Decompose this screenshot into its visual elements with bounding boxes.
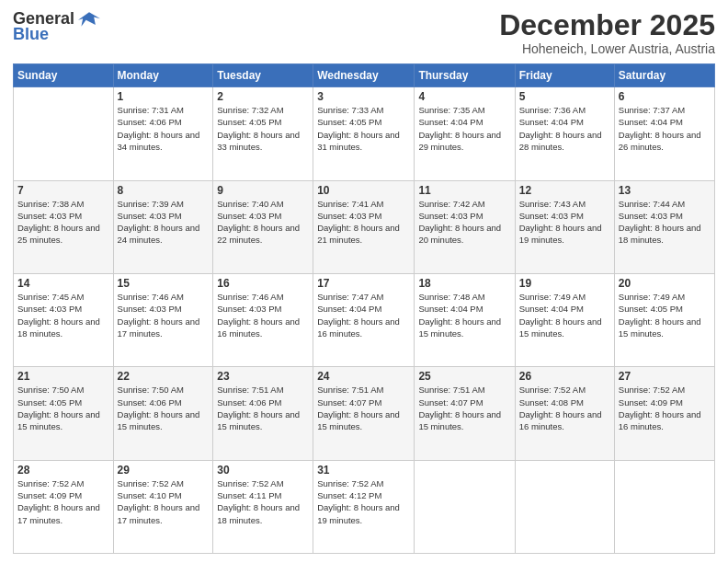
day-number: 4 (418, 90, 510, 103)
day-info: Sunrise: 7:52 AM Sunset: 4:11 PM Dayligh… (217, 477, 309, 526)
day-info: Sunrise: 7:52 AM Sunset: 4:09 PM Dayligh… (619, 384, 711, 432)
svg-marker-0 (78, 12, 100, 26)
logo-blue-text: Blue (13, 25, 49, 44)
calendar-day-cell: 18Sunrise: 7:48 AM Sunset: 4:04 PM Dayli… (415, 273, 515, 366)
calendar-week-row: 7Sunrise: 7:38 AM Sunset: 4:03 PM Daylig… (14, 180, 715, 273)
calendar-day-cell: 4Sunrise: 7:35 AM Sunset: 4:04 PM Daylig… (415, 87, 515, 180)
day-number: 1 (118, 90, 210, 103)
day-number: 13 (619, 184, 711, 197)
page: General Blue December 2025 Hoheneich, Lo… (0, 0, 728, 563)
calendar-week-row: 14Sunrise: 7:45 AM Sunset: 4:03 PM Dayli… (14, 273, 715, 366)
calendar-day-cell: 21Sunrise: 7:50 AM Sunset: 4:05 PM Dayli… (14, 367, 114, 460)
calendar-day-cell: 28Sunrise: 7:52 AM Sunset: 4:09 PM Dayli… (14, 460, 114, 553)
weekday-header: Sunday (14, 64, 114, 87)
day-info: Sunrise: 7:50 AM Sunset: 4:06 PM Dayligh… (118, 384, 210, 432)
day-number: 14 (17, 277, 109, 290)
calendar-day-cell: 15Sunrise: 7:46 AM Sunset: 4:03 PM Dayli… (113, 273, 213, 366)
calendar-day-cell: 24Sunrise: 7:51 AM Sunset: 4:07 PM Dayli… (313, 367, 415, 460)
calendar-day-cell: 17Sunrise: 7:47 AM Sunset: 4:04 PM Dayli… (313, 273, 415, 366)
day-number: 8 (118, 184, 210, 197)
day-info: Sunrise: 7:35 AM Sunset: 4:04 PM Dayligh… (418, 104, 510, 153)
calendar-day-cell: 14Sunrise: 7:45 AM Sunset: 4:03 PM Dayli… (14, 273, 114, 366)
day-info: Sunrise: 7:52 AM Sunset: 4:12 PM Dayligh… (317, 477, 410, 526)
calendar-day-cell: 16Sunrise: 7:46 AM Sunset: 4:03 PM Dayli… (213, 273, 313, 366)
calendar-day-cell: 10Sunrise: 7:41 AM Sunset: 4:03 PM Dayli… (313, 180, 415, 273)
day-info: Sunrise: 7:50 AM Sunset: 4:05 PM Dayligh… (17, 384, 109, 432)
day-info: Sunrise: 7:42 AM Sunset: 4:03 PM Dayligh… (418, 198, 510, 247)
day-info: Sunrise: 7:49 AM Sunset: 4:04 PM Dayligh… (519, 291, 610, 339)
day-info: Sunrise: 7:45 AM Sunset: 4:03 PM Dayligh… (17, 291, 109, 339)
day-info: Sunrise: 7:51 AM Sunset: 4:07 PM Dayligh… (418, 384, 510, 432)
day-number: 16 (217, 277, 309, 290)
logo-bird-icon (78, 10, 100, 29)
calendar-day-cell: 25Sunrise: 7:51 AM Sunset: 4:07 PM Dayli… (415, 367, 515, 460)
day-info: Sunrise: 7:51 AM Sunset: 4:06 PM Dayligh… (217, 384, 309, 432)
calendar-day-cell: 11Sunrise: 7:42 AM Sunset: 4:03 PM Dayli… (415, 180, 515, 273)
weekday-header: Wednesday (313, 64, 415, 87)
title-area: December 2025 Hoheneich, Lower Austria, … (499, 9, 715, 56)
day-info: Sunrise: 7:52 AM Sunset: 4:09 PM Dayligh… (17, 477, 109, 526)
calendar-day-cell: 19Sunrise: 7:49 AM Sunset: 4:04 PM Dayli… (515, 273, 614, 366)
calendar-day-cell (515, 460, 614, 553)
calendar-week-row: 21Sunrise: 7:50 AM Sunset: 4:05 PM Dayli… (14, 367, 715, 460)
calendar-day-cell: 5Sunrise: 7:36 AM Sunset: 4:04 PM Daylig… (515, 87, 614, 180)
day-number: 10 (317, 184, 410, 197)
day-number: 21 (17, 370, 109, 383)
day-number: 30 (217, 464, 309, 477)
calendar-day-cell: 3Sunrise: 7:33 AM Sunset: 4:05 PM Daylig… (313, 87, 415, 180)
day-number: 6 (619, 90, 711, 103)
weekday-header: Saturday (614, 64, 714, 87)
day-number: 26 (519, 370, 610, 383)
day-number: 22 (118, 370, 210, 383)
calendar-day-cell: 27Sunrise: 7:52 AM Sunset: 4:09 PM Dayli… (614, 367, 714, 460)
calendar-day-cell: 31Sunrise: 7:52 AM Sunset: 4:12 PM Dayli… (313, 460, 415, 553)
weekday-header: Tuesday (213, 64, 313, 87)
day-number: 31 (317, 464, 410, 477)
day-info: Sunrise: 7:44 AM Sunset: 4:03 PM Dayligh… (619, 198, 711, 247)
day-number: 29 (118, 464, 210, 477)
logo-area: General Blue (13, 9, 100, 44)
day-info: Sunrise: 7:48 AM Sunset: 4:04 PM Dayligh… (418, 291, 510, 339)
calendar-header-row: SundayMondayTuesdayWednesdayThursdayFrid… (14, 64, 715, 87)
day-info: Sunrise: 7:31 AM Sunset: 4:06 PM Dayligh… (118, 104, 210, 153)
day-number: 25 (418, 370, 510, 383)
day-info: Sunrise: 7:46 AM Sunset: 4:03 PM Dayligh… (118, 291, 210, 339)
day-number: 23 (217, 370, 309, 383)
day-number: 3 (317, 90, 410, 103)
calendar-day-cell: 26Sunrise: 7:52 AM Sunset: 4:08 PM Dayli… (515, 367, 614, 460)
day-info: Sunrise: 7:43 AM Sunset: 4:03 PM Dayligh… (519, 198, 610, 247)
day-info: Sunrise: 7:32 AM Sunset: 4:05 PM Dayligh… (217, 104, 309, 153)
calendar-day-cell (14, 87, 114, 180)
day-number: 5 (519, 90, 610, 103)
day-number: 18 (418, 277, 510, 290)
day-info: Sunrise: 7:47 AM Sunset: 4:04 PM Dayligh… (317, 291, 410, 339)
day-info: Sunrise: 7:40 AM Sunset: 4:03 PM Dayligh… (217, 198, 309, 247)
day-number: 7 (17, 184, 109, 197)
calendar-day-cell: 23Sunrise: 7:51 AM Sunset: 4:06 PM Dayli… (213, 367, 313, 460)
day-number: 27 (619, 370, 711, 383)
calendar-day-cell: 30Sunrise: 7:52 AM Sunset: 4:11 PM Dayli… (213, 460, 313, 553)
day-number: 15 (118, 277, 210, 290)
calendar-day-cell: 29Sunrise: 7:52 AM Sunset: 4:10 PM Dayli… (113, 460, 213, 553)
day-info: Sunrise: 7:52 AM Sunset: 4:10 PM Dayligh… (118, 477, 210, 526)
calendar-day-cell (415, 460, 515, 553)
day-info: Sunrise: 7:38 AM Sunset: 4:03 PM Dayligh… (17, 198, 109, 247)
calendar-day-cell: 20Sunrise: 7:49 AM Sunset: 4:05 PM Dayli… (614, 273, 714, 366)
day-info: Sunrise: 7:39 AM Sunset: 4:03 PM Dayligh… (118, 198, 210, 247)
month-title: December 2025 (499, 9, 715, 41)
day-number: 11 (418, 184, 510, 197)
day-info: Sunrise: 7:49 AM Sunset: 4:05 PM Dayligh… (619, 291, 711, 339)
day-info: Sunrise: 7:37 AM Sunset: 4:04 PM Dayligh… (619, 104, 711, 153)
calendar-day-cell: 22Sunrise: 7:50 AM Sunset: 4:06 PM Dayli… (113, 367, 213, 460)
calendar-day-cell: 2Sunrise: 7:32 AM Sunset: 4:05 PM Daylig… (213, 87, 313, 180)
calendar-day-cell: 9Sunrise: 7:40 AM Sunset: 4:03 PM Daylig… (213, 180, 313, 273)
day-number: 20 (619, 277, 711, 290)
weekday-header: Thursday (415, 64, 515, 87)
weekday-header: Friday (515, 64, 614, 87)
header: General Blue December 2025 Hoheneich, Lo… (13, 9, 715, 56)
day-number: 28 (17, 464, 109, 477)
day-number: 24 (317, 370, 410, 383)
calendar-day-cell: 13Sunrise: 7:44 AM Sunset: 4:03 PM Dayli… (614, 180, 714, 273)
day-info: Sunrise: 7:33 AM Sunset: 4:05 PM Dayligh… (317, 104, 410, 153)
calendar-body: 1Sunrise: 7:31 AM Sunset: 4:06 PM Daylig… (14, 87, 715, 554)
